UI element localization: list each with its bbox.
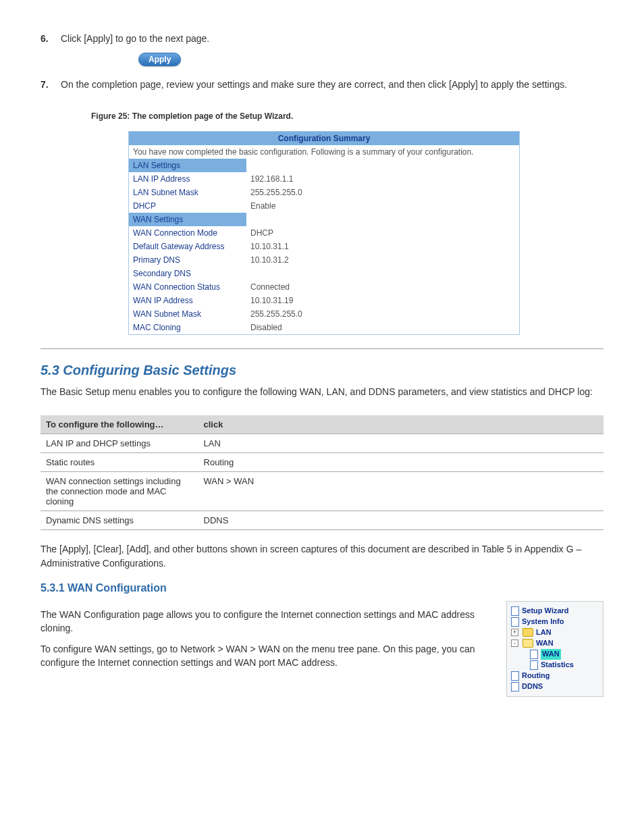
section-intro: The Basic Setup menu enables you to conf… bbox=[41, 385, 603, 398]
wan-ip-value: 10.10.31.19 bbox=[246, 294, 520, 307]
table-row: WAN connection settings including the co… bbox=[41, 472, 603, 511]
lan-ip-label: LAN IP Address bbox=[129, 172, 247, 186]
tree-item-wan[interactable]: -WAN bbox=[511, 638, 599, 649]
subsection-heading: 5.3.1 WAN Configuration bbox=[41, 582, 603, 594]
step-7: 7. On the completion page, review your s… bbox=[41, 78, 603, 92]
section-heading: 5.3 Configuring Basic Settings bbox=[41, 363, 603, 378]
tree-item-setup[interactable]: Setup Wizard bbox=[511, 606, 599, 617]
apply-button[interactable]: Apply bbox=[138, 53, 181, 66]
wan-ip-label: WAN IP Address bbox=[129, 294, 247, 307]
wan-section-header: WAN Settings bbox=[129, 213, 247, 226]
table-head-1: To configure the following… bbox=[41, 415, 198, 434]
summary-title: Configuration Summary bbox=[129, 132, 520, 146]
wan-mode-label: WAN Connection Mode bbox=[129, 226, 247, 240]
step-text: Click [Apply] to go to the next page. bbox=[61, 32, 603, 46]
gateway-value: 10.10.31.1 bbox=[246, 240, 520, 253]
gateway-label: Default Gateway Address bbox=[129, 240, 247, 253]
page-icon bbox=[511, 682, 519, 692]
dhcp-label: DHCP bbox=[129, 199, 247, 213]
sdns-label: Secondary DNS bbox=[129, 267, 247, 280]
tree-item-wan-sub[interactable]: WAN bbox=[511, 649, 599, 660]
table-row: Static routesRouting bbox=[41, 453, 603, 472]
wan-mask-label: WAN Subnet Mask bbox=[129, 307, 247, 321]
pdns-value: 10.10.31.2 bbox=[246, 253, 520, 267]
config-summary-table: Configuration Summary You have now compl… bbox=[128, 131, 520, 335]
table-row: Dynamic DNS settingsDDNS bbox=[41, 511, 603, 530]
tree-item-routing[interactable]: Routing bbox=[511, 671, 599, 681]
wan-status-label: WAN Connection Status bbox=[129, 280, 247, 294]
mac-value: Disabled bbox=[246, 321, 520, 335]
step-6: 6. Click [Apply] to go to the next page. bbox=[41, 32, 603, 46]
wan-mask-value: 255.255.255.0 bbox=[246, 307, 520, 321]
nav-tree: Setup Wizard System Info +LAN -WAN WAN S… bbox=[506, 601, 603, 697]
step-number: 7. bbox=[41, 78, 61, 92]
tree-item-sysinfo[interactable]: System Info bbox=[511, 617, 599, 627]
wan-paragraph-2: To configure WAN settings, go to Network… bbox=[41, 642, 506, 670]
sdns-value bbox=[246, 267, 520, 280]
button-note: The [Apply], [Clear], [Add], and other b… bbox=[41, 542, 603, 570]
page-icon bbox=[530, 650, 538, 659]
figure-caption: Figure 25: The completion page of the Se… bbox=[91, 111, 603, 121]
tree-item-lan[interactable]: +LAN bbox=[511, 627, 599, 638]
table-row: LAN IP and DHCP settingsLAN bbox=[41, 434, 603, 453]
wan-status-value: Connected bbox=[246, 280, 520, 294]
lan-section-header: LAN Settings bbox=[129, 159, 247, 172]
step-number: 6. bbox=[41, 32, 61, 46]
table-head-2: click bbox=[198, 415, 603, 434]
wan-mode-value: DHCP bbox=[246, 226, 520, 240]
lan-mask-value: 255.255.255.0 bbox=[246, 186, 520, 199]
action-table: To configure the following… click LAN IP… bbox=[41, 415, 603, 530]
folder-icon bbox=[522, 628, 533, 637]
summary-intro: You have now completed the basic configu… bbox=[129, 145, 520, 159]
wan-paragraph-1: The WAN Configuration page allows you to… bbox=[41, 608, 506, 635]
collapse-icon[interactable]: - bbox=[511, 640, 518, 647]
expand-icon[interactable]: + bbox=[511, 629, 518, 636]
mac-label: MAC Cloning bbox=[129, 321, 247, 335]
dhcp-value: Enable bbox=[246, 199, 520, 213]
page-icon bbox=[511, 617, 519, 627]
tree-item-statistics[interactable]: Statistics bbox=[511, 660, 599, 671]
lan-mask-label: LAN Subnet Mask bbox=[129, 186, 247, 199]
step-text: On the completion page, review your sett… bbox=[61, 78, 603, 92]
page-icon bbox=[530, 660, 538, 670]
page-icon bbox=[511, 606, 519, 616]
page-icon bbox=[511, 671, 519, 681]
tree-item-ddns[interactable]: DDNS bbox=[511, 681, 599, 692]
lan-ip-value: 192.168.1.1 bbox=[246, 172, 520, 186]
pdns-label: Primary DNS bbox=[129, 253, 247, 267]
folder-open-icon bbox=[522, 639, 533, 648]
